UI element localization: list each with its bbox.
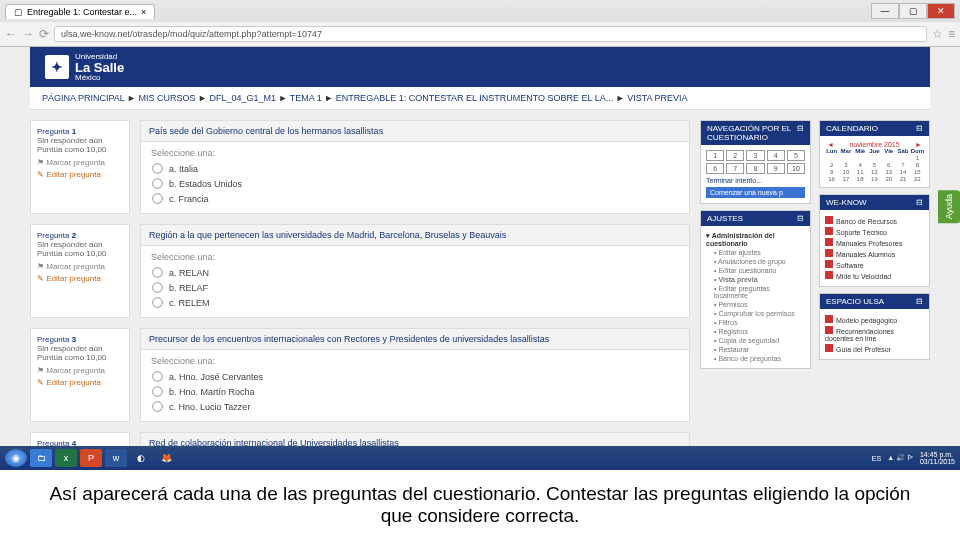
- settings-item[interactable]: • Anulaciones de grupo: [706, 257, 805, 266]
- cal-day[interactable]: 19: [868, 176, 881, 182]
- answer-option[interactable]: b. Hno. Martín Rocha: [151, 385, 679, 398]
- maximize-button[interactable]: ▢: [899, 3, 927, 19]
- collapse-icon[interactable]: ⊟: [797, 124, 804, 142]
- radio-input[interactable]: [152, 401, 162, 411]
- collapse-icon[interactable]: ⊟: [916, 198, 923, 207]
- settings-item[interactable]: • Editar preguntas localmente: [706, 284, 805, 300]
- forward-button[interactable]: →: [22, 27, 34, 41]
- quiz-nav-num[interactable]: 1: [706, 150, 724, 161]
- settings-item[interactable]: • Vista previa: [706, 275, 805, 284]
- browser-tab[interactable]: ▢ Entregable 1: Contestar e... ×: [5, 4, 155, 19]
- espacio-link[interactable]: Guía del Profesor: [825, 343, 924, 354]
- quiz-nav-num[interactable]: 5: [787, 150, 805, 161]
- cal-day[interactable]: 14: [896, 169, 909, 175]
- crumb[interactable]: DFL_04_G1_M1: [209, 93, 276, 103]
- settings-item[interactable]: • Permisos: [706, 300, 805, 309]
- radio-input[interactable]: [152, 282, 162, 292]
- answer-option[interactable]: b. RELAF: [151, 281, 679, 294]
- weknow-link[interactable]: Manuales Alumnos: [825, 248, 924, 259]
- cal-day[interactable]: 18: [854, 176, 867, 182]
- finish-attempt-link[interactable]: Terminar intento...: [706, 177, 805, 184]
- cal-day[interactable]: 16: [825, 176, 838, 182]
- radio-input[interactable]: [152, 371, 162, 381]
- settings-item[interactable]: • Copia de seguridad: [706, 336, 805, 345]
- espacio-link[interactable]: Modelo pedagógico: [825, 314, 924, 325]
- cal-day[interactable]: 20: [882, 176, 895, 182]
- site-logo[interactable]: ✦ Universidad La Salle México: [45, 53, 124, 82]
- weknow-link[interactable]: Software: [825, 259, 924, 270]
- reload-button[interactable]: ⟳: [39, 27, 49, 41]
- weknow-link[interactable]: Manuales Profesores: [825, 237, 924, 248]
- url-bar[interactable]: ulsa.we-know.net/otrasdep/mod/quiz/attem…: [54, 26, 927, 42]
- radio-input[interactable]: [152, 297, 162, 307]
- cal-day[interactable]: 1: [911, 155, 924, 161]
- edit-question[interactable]: ✎ Editar pregunta: [37, 170, 123, 179]
- firefox-icon[interactable]: 🦊: [155, 449, 177, 467]
- quiz-nav-num[interactable]: 4: [767, 150, 785, 161]
- excel-icon[interactable]: x: [55, 449, 77, 467]
- collapse-icon[interactable]: ⊟: [797, 214, 804, 223]
- quiz-nav-num[interactable]: 6: [706, 163, 724, 174]
- tray-icons[interactable]: ▲ 🔊 🏳: [887, 454, 914, 462]
- radio-input[interactable]: [152, 178, 162, 188]
- answer-option[interactable]: a. RELAN: [151, 266, 679, 279]
- edit-question[interactable]: ✎ Editar pregunta: [37, 274, 123, 283]
- back-button[interactable]: ←: [5, 27, 17, 41]
- settings-item[interactable]: • Editar ajustes: [706, 248, 805, 257]
- tab-close-icon[interactable]: ×: [141, 7, 146, 17]
- settings-item[interactable]: • Filtros: [706, 318, 805, 327]
- crumb[interactable]: TEMA 1: [290, 93, 322, 103]
- powerpoint-icon[interactable]: P: [80, 449, 102, 467]
- quiz-nav-num[interactable]: 9: [767, 163, 785, 174]
- quiz-nav-num[interactable]: 2: [726, 150, 744, 161]
- cal-day[interactable]: 9: [825, 169, 838, 175]
- answer-option[interactable]: b. Estados Unidos: [151, 177, 679, 190]
- bookmark-icon[interactable]: ☆: [932, 27, 943, 41]
- cal-day[interactable]: 2: [825, 162, 838, 168]
- cal-day[interactable]: 6: [882, 162, 895, 168]
- cal-day[interactable]: 11: [854, 169, 867, 175]
- settings-item[interactable]: • Comprobar los permisos: [706, 309, 805, 318]
- quiz-nav-num[interactable]: 7: [726, 163, 744, 174]
- flag-question[interactable]: ⚑ Marcar pregunta: [37, 366, 123, 375]
- answer-option[interactable]: a. Italia: [151, 162, 679, 175]
- quiz-nav-num[interactable]: 10: [787, 163, 805, 174]
- menu-icon[interactable]: ≡: [948, 27, 955, 41]
- cal-day[interactable]: 3: [839, 162, 852, 168]
- cal-day[interactable]: 10: [839, 169, 852, 175]
- crumb[interactable]: MIS CURSOS: [138, 93, 195, 103]
- weknow-link[interactable]: Mide tu Velocidad: [825, 270, 924, 281]
- crumb[interactable]: PÁGINA PRINCIPAL: [42, 93, 125, 103]
- cal-next[interactable]: ►: [915, 141, 922, 148]
- radio-input[interactable]: [152, 386, 162, 396]
- radio-input[interactable]: [152, 163, 162, 173]
- quiz-nav-num[interactable]: 3: [746, 150, 764, 161]
- cal-day[interactable]: 21: [896, 176, 909, 182]
- settings-item[interactable]: ▾ Administración del cuestionario: [706, 231, 805, 248]
- cal-day[interactable]: 17: [839, 176, 852, 182]
- start-button[interactable]: ◉: [5, 449, 27, 467]
- cal-day[interactable]: 15: [911, 169, 924, 175]
- taskbar-lang[interactable]: ES: [872, 455, 881, 462]
- flag-question[interactable]: ⚑ Marcar pregunta: [37, 262, 123, 271]
- collapse-icon[interactable]: ⊟: [916, 124, 923, 133]
- crumb[interactable]: ENTREGABLE 1: CONTESTAR EL INSTRUMENTO S…: [336, 93, 614, 103]
- weknow-link[interactable]: Soporte Técnico: [825, 226, 924, 237]
- answer-option[interactable]: c. Hno. Lucio Tazzer: [151, 400, 679, 413]
- word-icon[interactable]: w: [105, 449, 127, 467]
- cal-day[interactable]: 5: [868, 162, 881, 168]
- edit-question[interactable]: ✎ Editar pregunta: [37, 378, 123, 387]
- weknow-link[interactable]: Banco de Recursos: [825, 215, 924, 226]
- cal-day[interactable]: 12: [868, 169, 881, 175]
- cal-prev[interactable]: ◄: [827, 141, 834, 148]
- answer-option[interactable]: c. RELEM: [151, 296, 679, 309]
- cal-day[interactable]: 22: [911, 176, 924, 182]
- quiz-nav-num[interactable]: 8: [746, 163, 764, 174]
- answer-option[interactable]: c. Francia: [151, 192, 679, 205]
- explorer-icon[interactable]: 🗀: [30, 449, 52, 467]
- answer-option[interactable]: a. Hno. José Cervantes: [151, 370, 679, 383]
- close-window-button[interactable]: ✕: [927, 3, 955, 19]
- cal-day[interactable]: 8: [911, 162, 924, 168]
- minimize-button[interactable]: —: [871, 3, 899, 19]
- cal-day[interactable]: 7: [896, 162, 909, 168]
